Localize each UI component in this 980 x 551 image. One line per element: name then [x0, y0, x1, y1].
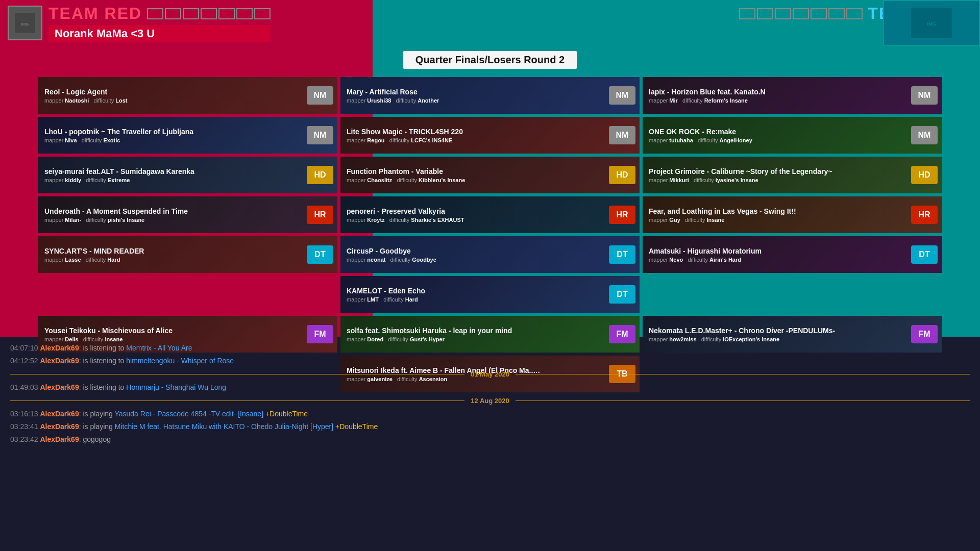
beatmap-title: CircusP - Goodbye — [347, 247, 541, 255]
beatmap-title: SYNC.ART'S - MIND READER — [44, 247, 238, 255]
mod-badge: HD — [609, 166, 635, 184]
beatmap-card[interactable]: Amatsuki - Higurashi Moratoriummapper Ne… — [643, 236, 942, 273]
beatmap-title: Reol - Logic Agent — [44, 88, 238, 96]
beatmap-title: Fear, and Loathing in Las Vegas - Swing … — [649, 207, 843, 215]
round-title: Quarter Finals/Losers Round 2 — [38, 51, 942, 69]
beatmap-title: Nekomata L.E.D.Master+ - Chrono Diver -P… — [649, 327, 843, 335]
mod-badge: DT — [307, 245, 333, 264]
score-box-b5 — [811, 8, 827, 19]
chat-line-4: 03:16:13 AlexDark69: is playing Yasuda R… — [10, 409, 970, 419]
beatmap-card[interactable]: lapix - Horizon Blue feat. Kanato.Nmappe… — [643, 77, 942, 114]
chat-action-5: : is playing — [79, 422, 115, 431]
beatmap-meta: mapper neonat difficulty Goodbye — [347, 257, 603, 263]
beatmap-card[interactable]: Project Grimoire - Caliburne ~Story of t… — [643, 157, 942, 193]
separator-line-left-2 — [10, 400, 464, 401]
team-blue-section: TEAM BLUE Uprankers IMG — [731, 0, 980, 47]
chat-time-5: 03:23:41 — [10, 422, 38, 431]
team-red-label: Norank MaMa <3 U — [48, 25, 271, 42]
chat-user-6: AlexDark69 — [40, 435, 79, 443]
round-title-text: Quarter Finals/Losers Round 2 — [403, 51, 577, 69]
score-box-b1 — [739, 8, 755, 19]
beatmap-title: Underoath - A Moment Suspended in Time — [44, 207, 238, 215]
chat-link-5: Mitchie M feat. Hatsune Miku with KAITO … — [115, 422, 333, 431]
beatmap-title: Function Phantom - Variable — [347, 167, 541, 176]
beatmap-meta: mapper tutuhaha difficulty AngelHoney — [649, 137, 905, 143]
separator-line-left-1 — [10, 374, 464, 374]
beatmap-meta: mapper Kroytz difficulty Sharkie's EXHAU… — [347, 217, 603, 223]
score-box-b2 — [757, 8, 773, 19]
beatmap-meta: mapper Urushi38 difficulty Another — [347, 97, 603, 104]
chat-action-2: : is listening to — [79, 357, 127, 365]
beatmap-meta: mapper Lasse difficulty Hard — [44, 257, 301, 263]
beatmap-meta: mapper kiddly difficulty Extreme — [44, 177, 301, 183]
beatmap-card[interactable]: Underoath - A Moment Suspended in Timema… — [38, 196, 337, 233]
separator-line-right-2 — [516, 400, 970, 401]
beatmap-card[interactable]: Lite Show Magic - TRICKL4SH 220mapper Re… — [340, 117, 640, 154]
team-blue-score — [739, 8, 863, 19]
chat-time-6: 03:23:42 — [10, 435, 38, 443]
chat-line-3: 01:49:03 AlexDark69: is listening to Hom… — [10, 382, 970, 393]
beatmap-meta: mapper LMT difficulty Hard — [347, 296, 603, 303]
chat-line-5: 03:23:41 AlexDark69: is playing Mitchie … — [10, 421, 970, 432]
beatmap-meta: mapper Niva difficulty Exotic — [44, 137, 301, 143]
chat-user-2: AlexDark69 — [40, 357, 79, 365]
mod-badge: NM — [609, 86, 635, 105]
svg-text:IMG: IMG — [21, 22, 29, 27]
beatmap-title: KAMELOT - Eden Echo — [347, 287, 541, 295]
chat-time-3: 01:49:03 — [10, 383, 38, 391]
beatmap-card[interactable]: KAMELOT - Eden Echomapper LMT difficulty… — [340, 276, 640, 313]
chat-line-6: 03:23:42 AlexDark69: gogogog — [10, 434, 970, 445]
chat-user-4: AlexDark69 — [40, 410, 79, 418]
score-box-7 — [254, 8, 271, 19]
chat-time-1: 04:07:10 — [10, 344, 38, 352]
date-text-2: 12 Aug 2020 — [471, 397, 509, 405]
beatmap-title: Project Grimoire - Caliburne ~Story of t… — [649, 167, 843, 176]
beatmap-meta: mapper Nevo difficulty Airin's Hard — [649, 257, 905, 263]
mod-badge: NM — [911, 86, 938, 105]
beatmap-meta: mapper Regou difficulty LCFC's INS4NE — [347, 137, 603, 143]
beatmap-card[interactable]: Function Phantom - Variablemapper Chaosl… — [340, 157, 640, 193]
score-box-5 — [218, 8, 235, 19]
chat-time-4: 03:16:13 — [10, 410, 38, 418]
score-box-4 — [201, 8, 217, 19]
mod-badge: NM — [609, 126, 635, 144]
chat-mod-4: +DoubleTime — [263, 410, 308, 418]
beatmap-card[interactable]: SYNC.ART'S - MIND READERmapper Lasse dif… — [38, 236, 337, 273]
beatmap-card[interactable]: Fear, and Loathing in Las Vegas - Swing … — [643, 196, 942, 233]
beatmap-card[interactable]: Mary - Artificial Rosemapper Urushi38 di… — [340, 77, 640, 114]
beatmap-title: Mary - Artificial Rose — [347, 88, 541, 96]
chat-line-1: 04:07:10 AlexDark69: is listening to Mem… — [10, 343, 970, 354]
beatmap-card[interactable]: penoreri - Preserved Valkyriamapper Kroy… — [340, 196, 640, 233]
team-blue-avatar: IMG — [883, 0, 980, 46]
beatmap-card[interactable]: LhoU - popotnik ~ The Traveller of Ljubl… — [38, 117, 337, 154]
chat-action-4: : is playing — [79, 410, 115, 418]
mod-badge: DT — [609, 285, 635, 304]
team-red-name: TEAM RED — [48, 4, 142, 23]
beatmap-card[interactable]: seiya-murai feat.ALT - Sumidagawa Karenk… — [38, 157, 337, 193]
beatmap-meta: mapper Milan- difficulty pishi's Insane — [44, 217, 301, 223]
beatmap-meta: mapper Naotoshi difficulty Lost — [44, 97, 301, 104]
beatmap-title: seiya-murai feat.ALT - Sumidagawa Karenk… — [44, 167, 238, 176]
date-separator-1: 01 May 2020 — [10, 370, 970, 378]
team-red-section: IMG TEAM RED Norank MaMa <3 U — [0, 0, 278, 47]
chat-user-1: AlexDark69 — [40, 344, 79, 352]
score-box-6 — [236, 8, 253, 19]
chat-action-6: : gogogog — [79, 435, 111, 443]
beatmap-title: LhoU - popotnik ~ The Traveller of Ljubl… — [44, 128, 238, 136]
chat-link-1: Memtrix - All You Are — [126, 344, 192, 352]
score-box-2 — [165, 8, 181, 19]
team-red-avatar: IMG — [8, 6, 42, 40]
chat-link-2: himmeltengoku - Whisper of Rose — [126, 357, 234, 365]
beatmap-card[interactable]: Reol - Logic Agentmapper Naotoshi diffic… — [38, 77, 337, 114]
beatmap-card[interactable]: ONE OK ROCK - Re:makemapper tutuhaha dif… — [643, 117, 942, 154]
mod-badge: HR — [609, 206, 635, 224]
date-text-1: 01 May 2020 — [471, 370, 509, 378]
chat-time-2: 04:12:52 — [10, 357, 38, 365]
beatmap-meta: mapper Chaoslitz difficulty Kibbleru's I… — [347, 177, 603, 183]
beatmap-title: lapix - Horizon Blue feat. Kanato.N — [649, 88, 843, 96]
beatmap-card[interactable]: CircusP - Goodbyemapper neonat difficult… — [340, 236, 640, 273]
svg-text:IMG: IMG — [927, 21, 936, 27]
mod-badge: NM — [911, 126, 938, 144]
header: IMG TEAM RED Norank MaMa <3 U — [0, 0, 980, 46]
chat-mod-5: +DoubleTime — [333, 422, 378, 431]
